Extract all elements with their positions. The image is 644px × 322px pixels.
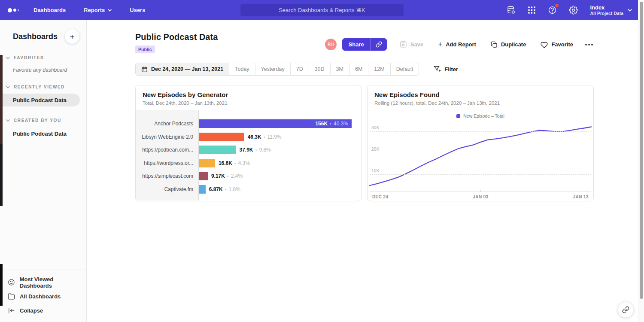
x-tick-label: JAN 03 [473,194,488,199]
date-range-label: Dec 24, 2020 — Jan 13, 2021 [151,66,223,72]
card-title: New Episodes by Generator [143,91,354,98]
nav-item-reports[interactable]: Reports [84,7,112,13]
bar [199,185,206,194]
smiley-icon [8,279,15,286]
link-icon [622,306,629,313]
apps-grid-icon[interactable] [528,6,536,14]
background-window-sliver [0,264,3,306]
add-dashboard-button[interactable]: + [65,29,79,44]
date-range-button[interactable]: Dec 24, 2020 — Jan 13, 2021 [136,63,229,75]
footer-item-label: Collapse [20,307,43,314]
section-header-favorites[interactable]: FAVORITES [0,55,86,60]
bar [199,133,244,141]
most-viewed-dashboards-button[interactable]: Most Viewed Dashboards [8,275,86,289]
preset-30d[interactable]: 30D [309,63,330,75]
preset-label: Default [396,66,413,72]
bar-track: 16.6K•4.3% [199,159,361,167]
line-chart [370,122,591,191]
bar-category-label: https://podbean.com... [136,147,199,153]
y-tick-label: 10K [371,168,380,173]
date-range-bar: Dec 24, 2020 — Jan 13, 2021 Today Yester… [135,63,644,76]
help-icon[interactable] [548,6,557,15]
chevron-down-icon [108,9,112,12]
nav-item-dashboards[interactable]: Dashboards [33,7,66,13]
section-label: CREATED BY YOU [14,118,61,123]
legend-label: New Episode – Total [463,113,504,118]
main-content: Public Podcast Data Public RH Share Save… [87,20,644,322]
preset-7d[interactable]: 7D [290,63,309,75]
chart-legend: New Episode – Total [368,110,593,122]
sidebar-item-public-podcast-data[interactable]: Public Podcast Data [0,94,80,106]
collapse-sidebar-button[interactable]: Collapse [8,304,86,318]
header-actions: RH Share Save + Add Report Dup [325,38,594,51]
bar [199,159,215,167]
bar-category-label: https://simplecast.com [136,173,199,179]
gridline [370,153,591,153]
duplicate-button[interactable]: Duplicate [491,41,526,48]
card-new-episodes-by-generator: New Episodes by Generator Total, Dec 24t… [135,85,361,201]
filter-button[interactable]: Filter [434,66,458,73]
bar-value: 37.9K•9.8% [239,147,270,153]
save-icon [400,41,407,48]
preset-yesterday[interactable]: Yesterday [255,63,290,75]
filter-label: Filter [444,66,458,73]
app-logo[interactable] [8,8,19,12]
preset-3m[interactable]: 3M [330,63,349,75]
bar-value: 6.87K•1.8% [209,186,240,192]
folder-icon [8,293,15,300]
sidebar-item-public-podcast-data-2[interactable]: Public Podcast Data [0,127,80,140]
save-label: Save [410,41,423,48]
preset-default[interactable]: Default [390,63,419,75]
link-icon [376,41,382,48]
favorites-empty-hint: Favorite any dashboard [13,67,86,73]
sidebar: Dashboards + FAVORITES Favorite any dash… [0,20,87,322]
avatar[interactable]: RH [325,39,337,50]
preset-label: 3M [336,66,343,72]
nav-right-group: Index All Project Data [507,0,632,20]
preset-label: 12M [374,66,384,72]
add-report-button[interactable]: + Add Report [438,41,476,49]
favorite-button[interactable]: Favorite [541,41,573,48]
bar-row: Captivate.fm 6.87K•1.8% [136,183,361,196]
bar-value: 9.17K•2.4% [211,173,243,179]
gridline [370,174,591,175]
preset-label: 30D [315,66,325,72]
all-dashboards-button[interactable]: All Dashboards [8,289,86,304]
data-sources-icon[interactable] [507,6,516,15]
nav-item-users[interactable]: Users [130,7,145,13]
bar-row: Anchor Podcasts 156K•40.3% [136,117,361,131]
legend-swatch [456,114,460,118]
settings-icon[interactable] [569,6,578,15]
heart-icon [541,41,548,48]
sidebar-item-label: Public Podcast Data [13,97,67,103]
scrollbar-thumb[interactable] [640,2,643,299]
add-report-label: Add Report [446,41,476,48]
public-badge: Public [135,46,155,53]
vertical-scrollbar [638,0,644,322]
footer-item-label: Most Viewed Dashboards [20,276,86,289]
project-switcher[interactable]: Index All Project Data [590,4,632,16]
y-tick-label: 30K [371,125,380,130]
card-new-episodes-found: New Episodes Found Rolling (12 hours), t… [367,85,594,201]
preset-today[interactable]: Today [229,63,255,75]
more-options-button[interactable] [584,41,594,48]
copy-link-floating-button[interactable] [618,302,634,318]
top-nav: Dashboards Reports Users Index All Proje… [0,0,644,20]
search-input[interactable] [240,4,404,16]
section-header-recently-viewed[interactable]: RECENTLY VIEWED [0,85,86,89]
preset-12m[interactable]: 12M [368,63,390,75]
date-preset-group: Dec 24, 2020 — Jan 13, 2021 Today Yester… [135,63,419,76]
share-link-button[interactable] [371,38,387,51]
bar [199,172,208,180]
plus-icon: + [438,40,442,49]
project-name: Index [590,4,623,11]
duplicate-icon [491,41,498,48]
save-button[interactable]: Save [400,41,423,48]
share-button[interactable]: Share [342,38,371,51]
section-header-created-by-you[interactable]: CREATED BY YOU [0,118,86,123]
preset-6m[interactable]: 6M [349,63,368,75]
bar [199,146,236,154]
axis-tick [480,190,481,192]
collapse-icon [8,307,15,314]
preset-label: Today [235,66,249,72]
